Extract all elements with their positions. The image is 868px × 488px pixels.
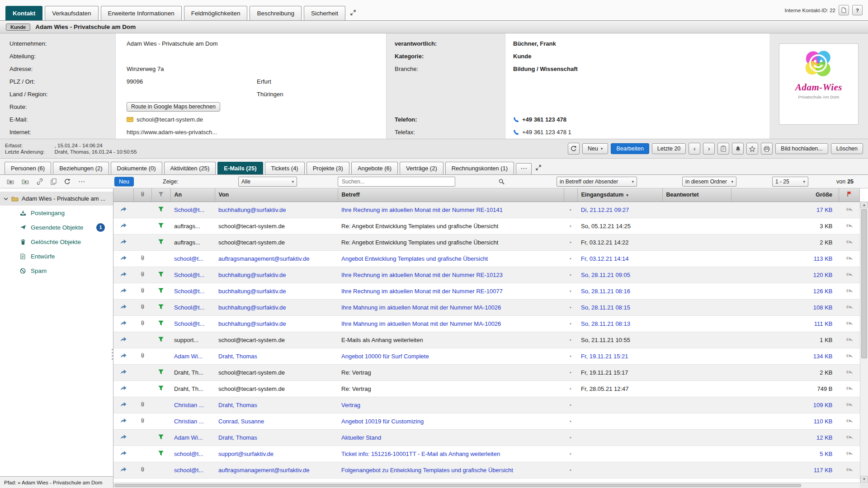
col-flag[interactable] (839, 188, 860, 202)
show-filter-select[interactable]: Alle▾ (238, 177, 297, 187)
module-tab-vertraege[interactable]: Verträge (2) (400, 162, 443, 174)
link-email-button[interactable] (35, 177, 44, 186)
clipboard-button[interactable] (717, 143, 729, 155)
email-row[interactable]: school@t... support@surfaktiv.de Ticket … (113, 446, 860, 462)
email-betreff[interactable]: Ihre Rechnung im aktuellen Monat mit der… (338, 202, 564, 218)
top-tab-verkaufsdaten[interactable]: Verkaufsdaten (45, 6, 98, 20)
folder-root[interactable]: Adam Wies - Privatschule am ... (0, 192, 113, 206)
email-row[interactable]: school@t... auftragsmanagement@surfaktiv… (113, 462, 860, 478)
email-forward-cell[interactable] (113, 429, 133, 446)
email-betreff[interactable]: Aktueller Stand (338, 429, 564, 446)
col-attachment[interactable] (133, 188, 151, 202)
hscrollbar-thumb[interactable] (114, 484, 801, 487)
email-betreff[interactable]: Angebot 10019 für Customizing (338, 413, 564, 429)
email-row[interactable]: Christian ... Draht, Thomas Vertrag • 10… (113, 397, 860, 413)
col-betreff[interactable]: Betreff (338, 188, 564, 202)
email-forward-cell[interactable] (113, 397, 133, 413)
email-row[interactable]: school@t... auftragsmanagement@surfaktiv… (113, 250, 860, 267)
module-tab-beziehungen[interactable]: Beziehungen (2) (53, 162, 108, 174)
email-betreff[interactable]: Ihre Mahnung im aktuellen Monat mit der … (338, 299, 564, 315)
email-betreff[interactable]: Ticket info: 151216-10001TT - E-Mail als… (338, 446, 564, 462)
email-row[interactable]: Adam Wi... Draht, Thomas Angebot 10000 f… (113, 348, 860, 364)
module-tab-projekte[interactable]: Projekte (3) (307, 162, 349, 174)
next-record-button[interactable]: › (703, 143, 715, 155)
email-betreff[interactable]: Ihre Rechnung im aktuellen Monat mit der… (338, 267, 564, 283)
email-forward-cell[interactable] (113, 348, 133, 364)
phone-link[interactable]: +49 361 123 478 1 (522, 129, 571, 136)
email-betreff[interactable]: Re: Angebot Entwicklung Templates und gr… (338, 218, 564, 234)
email-forward-cell[interactable] (113, 250, 133, 267)
email-forward-cell[interactable] (113, 446, 133, 462)
email-forward-cell[interactable] (113, 462, 133, 478)
col-von[interactable]: Von (215, 188, 338, 202)
col-groesse[interactable]: Größe (731, 188, 839, 202)
email-row[interactable]: Christian ... Conrad, Susanne Angebot 10… (113, 413, 860, 429)
email-betreff[interactable]: Re: Vertrag (338, 380, 564, 397)
top-tab-beschreibung[interactable]: Beschreibung (250, 6, 302, 20)
module-tab-e-mails[interactable]: E-Mails (25) (217, 162, 263, 174)
module-tab-angebote[interactable]: Angebote (6) (351, 162, 398, 174)
vertical-scrollbar[interactable]: ▲ ▼ (860, 202, 868, 483)
add-folder-button[interactable] (20, 177, 30, 186)
contact-website-link[interactable]: https://www.adam-wies-privatsch... (127, 129, 217, 136)
expand-view-button[interactable] (349, 9, 357, 17)
module-tab-aktivitaeten[interactable]: Aktivitäten (25) (164, 162, 216, 174)
email-betreff[interactable]: Vertrag (338, 397, 564, 413)
email-forward-cell[interactable] (113, 413, 133, 429)
pane-splitter[interactable] (110, 347, 114, 361)
email-forward-cell[interactable] (113, 202, 133, 218)
contact-email-link[interactable]: school@tecart-system.de (137, 116, 203, 123)
email-betreff[interactable]: Ihre Rechnung im aktuellen Monat mit der… (338, 283, 564, 299)
module-tab-personen[interactable]: Personen (6) (5, 162, 51, 174)
folder-item-entwuerfe[interactable]: Entwürfe (0, 249, 113, 263)
email-forward-cell[interactable] (113, 218, 133, 234)
page-range-select[interactable]: 1 - 25▾ (772, 177, 808, 187)
search-input[interactable] (338, 177, 455, 187)
expand-module-button[interactable] (534, 164, 542, 172)
email-row[interactable]: auftrags... school@tecart-system.de Re: … (113, 234, 860, 250)
email-row[interactable]: Adam Wi... Draht, Thomas Aktueller Stand… (113, 429, 860, 446)
top-tab-erweiterte-informationen[interactable]: Erweiterte Informationen (101, 6, 182, 20)
col-eingangsdatum[interactable]: Eingangsdatum▾ (577, 188, 662, 202)
email-row[interactable]: Draht, Th... school@tecart-system.de Re:… (113, 380, 860, 397)
scrollbar-thumb[interactable] (861, 209, 867, 358)
upload-image-button[interactable]: Bild hochladen... (775, 143, 828, 154)
email-forward-cell[interactable] (113, 267, 133, 283)
email-row[interactable]: School@t... buchhaltung@surfaktiv.de Ihr… (113, 283, 860, 299)
last-20-button[interactable]: Letzte 20 (652, 143, 686, 154)
folder-item-gesendete-objekte[interactable]: Gesendete Objekte 1 (0, 220, 113, 235)
move-to-folder-button[interactable] (5, 177, 15, 186)
email-row[interactable]: School@t... buchhaltung@surfaktiv.de Ihr… (113, 267, 860, 283)
help-button[interactable]: ? (852, 5, 863, 15)
search-scope-select[interactable]: in Betreff oder Absender▾ (557, 177, 637, 187)
email-betreff[interactable]: Angebot Entwicklung Templates und grafis… (338, 250, 564, 267)
module-tab-tickets[interactable]: Tickets (4) (265, 162, 305, 174)
email-forward-cell[interactable] (113, 364, 133, 380)
more-actions-button[interactable]: ⋯ (77, 176, 86, 187)
email-row[interactable]: Draht, Th... school@tecart-system.de Re:… (113, 364, 860, 380)
col-an[interactable]: An (170, 188, 215, 202)
print-button[interactable] (761, 143, 773, 155)
module-tab-dokumente[interactable]: Dokumente (0) (111, 162, 162, 174)
scroll-up-icon[interactable]: ▲ (860, 202, 868, 208)
new-record-button[interactable]: Neu▾ (582, 143, 608, 154)
top-tab-feldmoeglichkeiten[interactable]: Feldmöglichkeiten (184, 6, 248, 20)
delete-button[interactable]: Löschen (831, 143, 863, 154)
horizontal-scrollbar[interactable] (113, 483, 860, 488)
previous-record-button[interactable]: ‹ (689, 143, 700, 155)
reminder-button[interactable] (732, 143, 744, 155)
folder-item-geloeschte-objekte[interactable]: Gelöschte Objekte (0, 235, 113, 249)
email-forward-cell[interactable] (113, 299, 133, 315)
col-filter[interactable] (151, 188, 170, 202)
email-betreff[interactable]: E-Mails als Anhang weiterleiten (338, 332, 564, 348)
email-betreff[interactable]: Folgenangebot zu Entwicklung Templates u… (338, 462, 564, 478)
favorite-button[interactable] (746, 143, 758, 155)
new-email-button[interactable]: Neu (114, 177, 134, 186)
col-beantwortet[interactable]: Beantwortet (662, 188, 731, 202)
email-forward-cell[interactable] (113, 332, 133, 348)
notes-button[interactable] (839, 5, 849, 15)
more-tabs-button[interactable]: ⋯ (516, 163, 532, 174)
email-betreff[interactable]: Re: Angebot Entwicklung Templates und gr… (338, 234, 564, 250)
email-betreff[interactable]: Re: Vertrag (338, 364, 564, 380)
email-forward-cell[interactable] (113, 380, 133, 397)
